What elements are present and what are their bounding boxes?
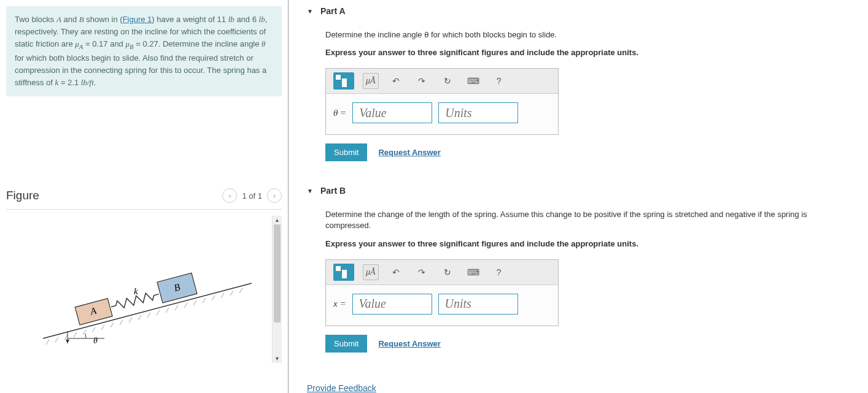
part-a-title: Part A xyxy=(320,6,346,16)
help-button[interactable]: ? xyxy=(490,264,508,280)
svg-line-19 xyxy=(212,296,215,300)
svg-line-9 xyxy=(120,320,123,325)
svg-line-2 xyxy=(55,337,58,342)
figure-link[interactable]: Figure 1 xyxy=(123,15,152,24)
svg-text:k: k xyxy=(134,286,138,296)
part-b-body: Determine the change of the length of th… xyxy=(307,209,850,352)
part-b-submit-row: Submit Request Answer xyxy=(325,335,850,353)
svg-text:θ: θ xyxy=(93,336,98,345)
undo-button[interactable]: ↶ xyxy=(387,264,405,280)
figure-diagram: A k B θ xyxy=(37,240,258,351)
help-button[interactable]: ? xyxy=(490,73,508,89)
provide-feedback-link[interactable]: Provide Feedback xyxy=(307,383,376,393)
svg-line-4 xyxy=(74,332,77,337)
reset-button[interactable]: ↻ xyxy=(439,264,456,280)
figure-scrollbar[interactable]: ▲ ▼ xyxy=(272,216,282,363)
part-b-units-input[interactable] xyxy=(438,294,518,315)
scroll-thumb[interactable] xyxy=(274,224,281,322)
part-a-units-input[interactable] xyxy=(438,102,518,123)
redo-button[interactable]: ↷ xyxy=(413,264,430,280)
part-a-submit-row: Submit Request Answer xyxy=(325,143,850,161)
svg-line-14 xyxy=(166,308,169,313)
part-b-toolbar: μÅ ↶ ↷ ↻ ⌨ ? xyxy=(326,260,558,285)
svg-line-22 xyxy=(239,288,242,293)
keyboard-button[interactable]: ⌨ xyxy=(465,73,482,89)
svg-line-20 xyxy=(221,293,224,298)
svg-line-10 xyxy=(129,318,132,322)
left-panel: Two blocks A and B shown in (Figure 1) h… xyxy=(0,0,289,393)
svg-line-16 xyxy=(184,303,187,308)
svg-line-17 xyxy=(193,300,196,305)
svg-line-3 xyxy=(64,335,68,340)
collapse-icon: ▼ xyxy=(307,8,313,15)
problem-statement: Two blocks A and B shown in (Figure 1) h… xyxy=(6,6,282,96)
symbols-button[interactable]: μÅ xyxy=(363,264,379,280)
collapse-icon: ▼ xyxy=(307,188,313,194)
part-b-prompt: Determine the change of the length of th… xyxy=(325,209,850,231)
figure-page-indicator: 1 of 1 xyxy=(242,191,262,200)
figure-next-button[interactable]: › xyxy=(267,188,282,203)
part-b-request-answer[interactable]: Request Answer xyxy=(378,339,440,348)
part-b-input-row: x = xyxy=(326,285,558,326)
part-b-value-input[interactable] xyxy=(352,294,432,315)
svg-line-7 xyxy=(101,325,104,330)
svg-line-15 xyxy=(175,305,178,310)
svg-line-1 xyxy=(46,340,49,345)
part-a-input-row: θ = xyxy=(326,94,558,134)
part-b-title: Part B xyxy=(320,186,346,196)
part-b-submit-button[interactable]: Submit xyxy=(325,335,367,353)
undo-button[interactable]: ↶ xyxy=(387,73,405,89)
scroll-down-icon[interactable]: ▼ xyxy=(273,354,282,363)
part-a-header[interactable]: ▼ Part A xyxy=(307,6,850,16)
right-panel: ▼ Part A Determine the incline angle θ f… xyxy=(289,0,868,393)
template-button[interactable] xyxy=(333,72,354,90)
part-a-prompt: Determine the incline angle θ for which … xyxy=(325,29,850,40)
part-b-header[interactable]: ▼ Part B xyxy=(307,186,850,196)
part-a-body: Determine the incline angle θ for which … xyxy=(307,29,850,161)
svg-line-11 xyxy=(138,315,141,320)
figure-area: A k B θ ▲ xyxy=(6,216,282,363)
svg-line-12 xyxy=(147,313,150,318)
part-a-variable: θ = xyxy=(333,108,346,118)
part-a-value-input[interactable] xyxy=(352,102,432,123)
figure-title: Figure xyxy=(6,189,39,202)
svg-line-8 xyxy=(110,322,114,327)
svg-line-18 xyxy=(203,298,206,303)
reset-button[interactable]: ↻ xyxy=(439,73,456,89)
symbols-button[interactable]: μÅ xyxy=(363,73,379,89)
figure-header: Figure ‹ 1 of 1 › xyxy=(6,188,282,210)
part-b-answer-box: μÅ ↶ ↷ ↻ ⌨ ? x = xyxy=(325,259,559,326)
part-b-instruction: Express your answer to three significant… xyxy=(325,239,850,248)
scroll-up-icon[interactable]: ▲ xyxy=(273,216,282,224)
figure-pager: ‹ 1 of 1 › xyxy=(222,188,282,203)
part-a-submit-button[interactable]: Submit xyxy=(325,143,367,161)
part-a-answer-box: μÅ ↶ ↷ ↻ ⌨ ? θ = xyxy=(325,68,559,135)
part-a-request-answer[interactable]: Request Answer xyxy=(378,148,440,157)
svg-line-21 xyxy=(230,291,233,296)
redo-button[interactable]: ↷ xyxy=(413,73,430,89)
svg-line-0 xyxy=(43,283,252,338)
part-a-toolbar: μÅ ↶ ↷ ↻ ⌨ ? xyxy=(326,69,558,94)
svg-line-13 xyxy=(157,310,160,315)
svg-line-6 xyxy=(92,327,95,332)
svg-marker-31 xyxy=(66,340,69,343)
part-b-variable: x = xyxy=(333,299,346,309)
keyboard-button[interactable]: ⌨ xyxy=(465,264,482,280)
template-button[interactable] xyxy=(333,264,354,281)
figure-prev-button[interactable]: ‹ xyxy=(222,188,237,203)
part-a-instruction: Express your answer to three significant… xyxy=(325,48,850,57)
